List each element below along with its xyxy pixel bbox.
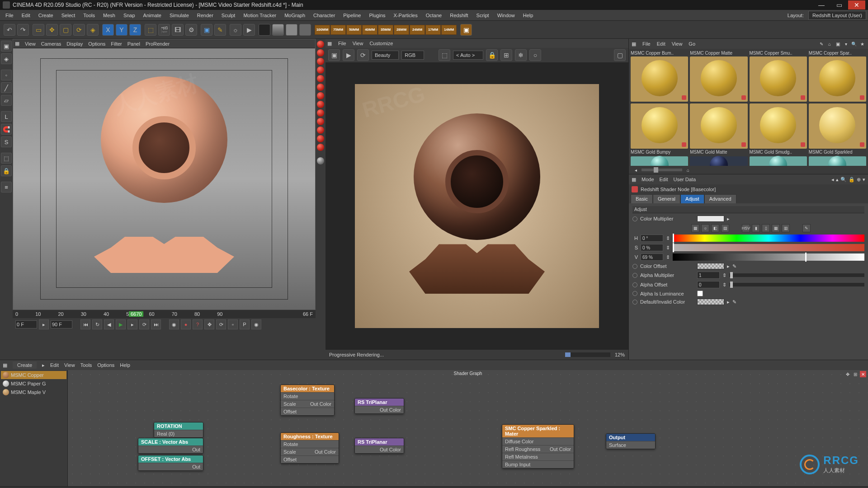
br-tool3-icon[interactable]: ▣ [835,41,841,47]
light-button[interactable]: ☼ [230,24,241,36]
attr-icon[interactable]: ▦ [632,177,636,183]
rs-dot-2[interactable] [317,49,324,56]
node-output[interactable]: Output Surface [606,433,656,449]
menu-motion-tracker[interactable]: Motion Tracker [240,11,280,19]
bot-help[interactable]: Help [120,362,130,368]
menu-octane[interactable]: Octane [422,11,445,19]
list-item[interactable]: MSMC Maple V [1,388,66,396]
material-thumb[interactable] [750,156,807,166]
menu-tools[interactable]: Tools [80,11,99,19]
bot-view[interactable]: View [64,362,75,368]
alpha-offset-slider[interactable] [729,283,864,286]
render-pv-button[interactable]: 🎞 [172,24,184,36]
alpha-mult-slider[interactable] [729,273,864,277]
placement-button[interactable]: ◈ [87,24,99,36]
param-circle-icon[interactable] [632,300,637,305]
eyedropper-icon[interactable]: ✎ [802,224,811,232]
goto-start-button[interactable]: ⏮ [80,319,90,329]
eyedrop2-icon[interactable]: ✎ [732,299,736,305]
attr-dd-icon[interactable]: ▾ [863,177,865,183]
node-scale[interactable]: SCALE : Vector Abs Out [138,438,203,454]
timeline-ruler[interactable]: 01020 304050 607080 90 6670 66 F [13,310,316,318]
vp-panel-m[interactable]: Panel [127,41,140,47]
close-button[interactable]: ✕ [848,0,865,9]
br-edit[interactable]: Edit [657,41,665,47]
rv-crop-button[interactable]: ⬚ [439,49,450,61]
menu-animate[interactable]: Animate [140,11,165,19]
rv-circle-button[interactable]: ○ [529,49,541,61]
focal-24[interactable]: 24MM [410,25,425,35]
undo-button[interactable]: ↶ [4,24,15,36]
rv-refresh-button[interactable]: ⟳ [357,49,369,61]
br-search-icon[interactable]: 🔍 [851,41,857,47]
minimize-button[interactable]: — [813,0,830,9]
rs-dot-11[interactable] [317,127,324,134]
default-color-arrow-icon[interactable]: ▸ [727,299,730,305]
br-back-icon[interactable]: ◂ [632,167,639,173]
node-triplanar-1[interactable]: RS TriPlanar Out Color [354,398,404,414]
shade2-button[interactable] [272,24,284,36]
bot-icon[interactable]: ▦ [3,362,7,368]
alpha-mult-input[interactable] [697,272,720,279]
move-button[interactable]: ✥ [46,24,58,36]
node-basecolor[interactable]: Basecolor : Texture Rotate ScaleOut Colo… [280,385,335,416]
menu-character[interactable]: Character [310,11,339,19]
menu-xparticles[interactable]: X-Particles [390,11,421,19]
render-settings-button[interactable]: ⚙ [185,24,197,36]
sat-slider[interactable] [673,244,864,251]
br-view[interactable]: View [672,41,683,47]
attr-up-icon[interactable]: ▴ [836,177,839,183]
tab-general[interactable]: General [653,194,680,203]
menu-pipeline[interactable]: Pipeline [340,11,364,19]
redo-button[interactable]: ↷ [17,24,29,36]
param-circle-icon[interactable] [632,216,637,221]
rv-customize[interactable]: Customize [369,41,393,46]
menu-help[interactable]: Help [519,11,537,19]
vp-view[interactable]: View [25,41,36,47]
vp-cameras[interactable]: Cameras [41,41,61,47]
val-slider[interactable] [673,253,864,261]
reload-button[interactable]: ⟳ [139,319,149,329]
pla-key-button[interactable]: ◉ [251,319,261,329]
rotate-button[interactable]: ⟳ [73,24,85,36]
shade1-button[interactable] [259,24,270,36]
x-axis-button[interactable]: X [102,24,114,36]
rs-dot-12[interactable] [317,135,324,142]
rv-snapshot-button[interactable]: ▢ [614,49,626,61]
menu-redshift[interactable]: Redshift [446,11,472,19]
rv-pass-select[interactable]: Beauty [372,51,399,60]
vp-display[interactable]: Display [66,41,83,47]
br-refresh-icon[interactable]: ★ [859,41,865,47]
rv-file[interactable]: File [338,41,346,46]
alpha-offset-input[interactable] [697,281,720,288]
focal-35[interactable]: 35MM [378,25,393,35]
attr-mode[interactable]: Mode [642,177,654,182]
material-thumb[interactable] [809,156,866,166]
color-mult-swatch[interactable] [697,216,724,222]
frame-start-input[interactable] [15,320,37,328]
render-button[interactable]: 🎬 [158,24,170,36]
color-offset-arrow-icon[interactable]: ▸ [727,263,730,269]
create-button[interactable]: Create [13,361,37,369]
graph-close-icon[interactable]: ✕ [860,371,866,377]
param-circle-icon[interactable] [632,282,637,287]
rs-dot-6[interactable] [317,84,324,91]
browser-icon[interactable]: ▦ [632,41,636,47]
bot-options[interactable]: Options [97,362,114,368]
menu-simulate[interactable]: Simulate [166,11,193,19]
menu-mograph[interactable]: MoGraph [281,11,309,19]
param-key-button[interactable]: P [240,319,250,329]
material-thumb[interactable]: MSMC Copper Matte [690,51,747,102]
br-file[interactable]: File [642,41,651,47]
br-tool2-icon[interactable]: ⌂ [826,41,833,47]
live-select-button[interactable]: ▭ [33,24,44,36]
hue-slider[interactable] [673,235,864,242]
bot-edit[interactable]: Edit [50,362,59,368]
material-thumb[interactable]: MSMC Gold Matte [690,103,747,155]
rot-key-button[interactable]: ⟳ [216,319,226,329]
lock-button[interactable]: 🔒 [1,165,12,176]
sat-input[interactable] [641,244,663,251]
attr-userdata[interactable]: User Data [674,177,696,182]
z-axis-button[interactable]: Z [129,24,141,36]
layer-button[interactable]: ≡ [1,182,12,192]
